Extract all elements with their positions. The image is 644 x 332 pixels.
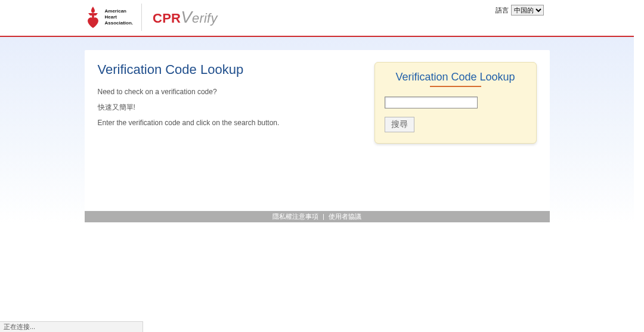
cprverify-logo: CPRVerify <box>153 8 218 27</box>
footer-sep: | <box>320 213 327 220</box>
footer-bar: 隱私權注意事項 | 使用者協議 <box>85 211 550 222</box>
aha-heart-torch-icon <box>85 5 101 29</box>
header: American Heart Association. CPRVerify 語言… <box>0 0 634 36</box>
footer-link-privacy[interactable]: 隱私權注意事項 <box>273 213 318 220</box>
content-card: Verification Code Lookup Need to check o… <box>85 50 550 210</box>
search-button[interactable]: 搜尋 <box>385 117 414 132</box>
aha-text: American Heart Association. <box>105 8 134 26</box>
logo-area: American Heart Association. CPRVerify <box>85 4 218 31</box>
footer-link-eula[interactable]: 使用者協議 <box>329 213 361 220</box>
intro-line-1: Need to check on a verification code? <box>98 87 359 97</box>
language-label: 語言 <box>496 6 509 15</box>
lookup-panel: Verification Code Lookup 搜尋 <box>374 62 537 144</box>
intro-line-2: 快速又簡單! <box>98 103 359 112</box>
browser-status-text: 正在连接... <box>0 321 143 332</box>
page-title: Verification Code Lookup <box>98 62 359 77</box>
intro-line-3: Enter the verification code and click on… <box>98 118 359 128</box>
lookup-title-underline <box>430 86 481 87</box>
verification-code-input[interactable] <box>385 97 478 108</box>
aha-logo: American Heart Association. <box>85 4 143 31</box>
lookup-title: Verification Code Lookup <box>385 71 527 83</box>
language-select[interactable]: 中国的 <box>511 5 544 15</box>
language-picker: 語言 中国的 <box>496 5 544 15</box>
